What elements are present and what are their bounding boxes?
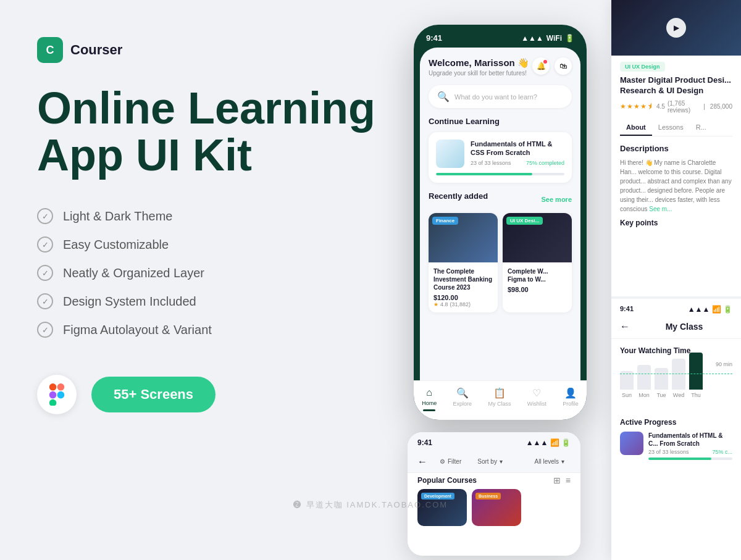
status-icons: ▲▲▲ WiFi 🔋 [521, 34, 574, 43]
bar-mon [637, 365, 651, 390]
chevron-down-icon: ▾ [500, 458, 503, 465]
course-category-badge: UI UX Design [620, 62, 665, 72]
class-back-icon[interactable]: ← [620, 321, 630, 332]
day-sun: Sun [622, 392, 632, 398]
nav-profile[interactable]: 👤 Profile [563, 387, 579, 408]
nav-myclass[interactable]: 📋 My Class [488, 387, 511, 408]
search-icon: 🔍 [437, 91, 450, 102]
active-progress-bar [648, 458, 732, 460]
view-toggle[interactable]: ⊞ ≡ [553, 475, 571, 485]
course-info: Fundamentals of HTML & CSS From Scratch … [471, 140, 564, 168]
play-button[interactable]: ▶ [666, 18, 686, 38]
class-title: My Class [636, 322, 732, 332]
bar-thu [689, 353, 703, 390]
check-icon-4 [37, 293, 53, 309]
wishlist-icon: ♡ [532, 387, 541, 399]
continue-learning-card[interactable]: Fundamentals of HTML & CSS From Scratch … [429, 132, 572, 183]
notification-button[interactable]: 🔔 [532, 57, 550, 75]
progress-bar [436, 173, 564, 175]
svg-point-4 [57, 391, 65, 399]
welcome-sub: Upgrade your skill for better futures! [429, 70, 529, 77]
course-thumbnail [436, 140, 464, 168]
check-icon-2 [37, 236, 53, 253]
left-section: C Courser Online Learning App UI Kit Lig… [37, 37, 383, 414]
chart-bar-sun: Sun [620, 371, 634, 398]
phone-home-content: Welcome, Marisson 👋 Upgrade your skill f… [420, 48, 580, 408]
logo-area: C Courser [37, 37, 383, 63]
mini-card-finance[interactable]: Finance The Complete Investment Banking … [429, 213, 498, 312]
search-bar[interactable]: 🔍 What do you want to learn? [429, 85, 572, 108]
welcome-text: Welcome, Marisson 👋 [429, 57, 529, 69]
active-course-title: Fundamentals of HTML & C... From Scratch [648, 432, 732, 448]
nav-home[interactable]: ⌂ Home [422, 387, 437, 408]
svg-rect-2 [49, 391, 57, 399]
course-title: Fundamentals of HTML & CSS From Scratch [471, 140, 564, 157]
watermark-text: 🅩 早道大咖 IAMDK.TAOBAO.COM [293, 499, 448, 511]
filter-row: ⚙ Filter Sort by ▾ All levels ▾ [433, 456, 571, 467]
card-body-finance: The Complete Investment Banking Course 2… [429, 262, 498, 312]
bottom-cta-area: 55+ Screens [37, 375, 383, 414]
star-half: ⯨ [647, 102, 654, 111]
nav-wishlist[interactable]: ♡ Wishlist [527, 387, 546, 408]
card-title-finance: The Complete Investment Banking Course 2… [433, 267, 493, 291]
card-price-ux: $98.00 [508, 286, 567, 293]
enrollment-count: 285,000 [710, 103, 732, 110]
active-progress-fill [648, 458, 711, 460]
tab-about[interactable]: About [620, 120, 652, 136]
card-image-finance: Finance [429, 213, 498, 262]
svg-rect-3 [49, 399, 57, 406]
see-more-button[interactable]: See more [541, 196, 572, 203]
level-filter-button[interactable]: All levels ▾ [529, 456, 571, 467]
feature-item-5: Figma Autolayout & Variant [37, 322, 383, 338]
progress-fill [436, 173, 532, 175]
active-course-card[interactable]: Fundamentals of HTML & C... From Scratch… [611, 432, 741, 460]
check-icon-3 [37, 265, 53, 281]
phone-courses-mockup: 9:41 ▲▲▲ 📶 🔋 ← ⚙ Filter Sort by ▾ All le… [408, 432, 580, 556]
card-rating-finance: ★ 4.8 (31,882) [433, 301, 493, 307]
nav-explore[interactable]: 🔍 Explore [453, 387, 472, 408]
feature-item-3: Neatly & Organized Layer [37, 265, 383, 281]
recent-cards-row: Finance The Complete Investment Banking … [429, 213, 572, 312]
bar-wed [672, 359, 685, 390]
chart-max-label: 90 min [716, 361, 732, 367]
back-arrow-icon[interactable]: ← [417, 456, 427, 467]
active-course-info: Fundamentals of HTML & C... From Scratch… [648, 432, 732, 460]
watch-time-chart: 90 min Sun Mon Tue Wed Thu [620, 361, 732, 411]
chart-bar-tue: Tue [655, 368, 668, 398]
course-card-bus[interactable]: Business [472, 489, 521, 526]
popular-courses-title: Popular Courses [417, 476, 477, 485]
card-title-ux: Complete W... Figma to W... [508, 267, 567, 283]
feature-item-2: Easy Customizable [37, 236, 383, 253]
screens-badge[interactable]: 55+ Screens [91, 377, 216, 412]
course-rating: ★ ★ ★ ★ ⯨ 4.5 (1,765 reviews) | 285,000 [611, 100, 741, 114]
reviews-count: (1,765 reviews) [668, 100, 698, 114]
mini-card-ux[interactable]: UI UX Desi... Complete W... Figma to W..… [503, 213, 572, 312]
phone2-header: ← ⚙ Filter Sort by ▾ All levels ▾ [408, 451, 580, 473]
hero-title: Online Learning App UI Kit [37, 85, 383, 178]
finance-badge: Finance [432, 217, 458, 225]
course-description: Hi there! 👋 My name is Charolette Han...… [611, 158, 741, 214]
tab-lessons[interactable]: Lessons [652, 120, 690, 136]
see-more-description-link[interactable]: See m... [649, 206, 672, 212]
active-course-meta: 23 of 33 lessons 75% c... [648, 449, 732, 455]
notification-dot [543, 60, 547, 64]
cart-button[interactable]: 🛍 [555, 57, 572, 75]
rating-value: 4.5 [656, 103, 665, 110]
feature-item-4: Design System Included [37, 293, 383, 309]
sort-button[interactable]: Sort by ▾ [477, 458, 503, 465]
profile-icon: 👤 [564, 387, 577, 399]
filter-button[interactable]: ⚙ Filter [433, 456, 467, 467]
figma-icon [37, 375, 77, 414]
svg-rect-0 [49, 383, 57, 391]
chart-bar-thu: Thu [689, 353, 703, 398]
star-rating: ★ ★ ★ ★ ⯨ [620, 102, 654, 111]
tab-reviews[interactable]: R... [690, 120, 713, 136]
check-icon-5 [37, 322, 53, 338]
app-name: Courser [70, 42, 122, 58]
grid-view-icon: ⊞ [553, 475, 561, 485]
myclass-icon: 📋 [493, 387, 506, 399]
right-class-panel: 9:41 ▲▲▲ 📶 🔋 ← My Class Your Watching Ti… [611, 296, 741, 560]
continue-learning-title: Continue Learning [429, 117, 572, 126]
home-icon: ⌂ [426, 387, 432, 398]
day-mon: Mon [638, 392, 650, 398]
